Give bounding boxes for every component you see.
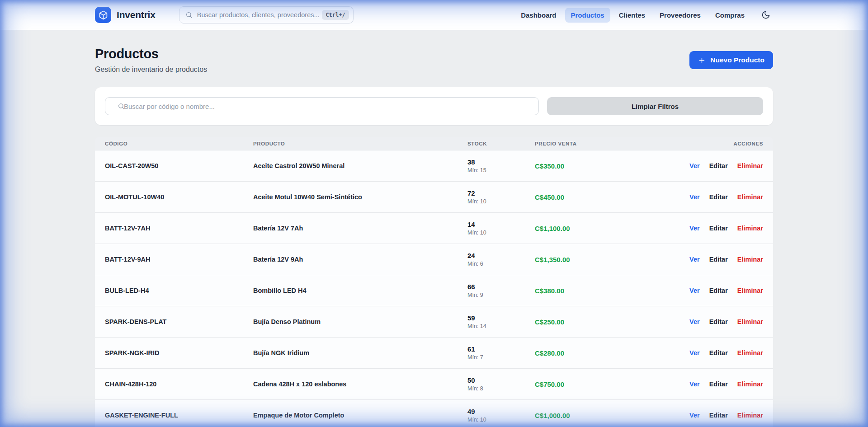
product-stock: 72 Mín: 10 — [467, 189, 535, 205]
row-actions: Ver Editar Eliminar — [675, 162, 763, 169]
product-name: Bombillo LED H4 — [253, 287, 467, 294]
product-name: Bujía Denso Platinum — [253, 318, 467, 325]
nav-item-proveedores[interactable]: Proveedores — [654, 8, 707, 23]
view-action-link[interactable]: Ver — [689, 412, 700, 419]
view-action-link[interactable]: Ver — [689, 349, 700, 357]
view-action-link[interactable]: Ver — [689, 256, 700, 263]
table-row: BATT-12V-9AH Batería 12V 9Ah 24 Mín: 6 C… — [95, 244, 773, 275]
row-actions: Ver Editar Eliminar — [675, 256, 763, 263]
new-product-button[interactable]: Nuevo Producto — [689, 51, 773, 69]
edit-action-link[interactable]: Editar — [709, 380, 728, 388]
stock-quantity: 49 — [467, 408, 535, 416]
delete-action-link[interactable]: Eliminar — [737, 162, 763, 169]
stock-quantity: 50 — [467, 376, 535, 385]
delete-action-link[interactable]: Eliminar — [737, 318, 763, 325]
delete-action-link[interactable]: Eliminar — [737, 349, 763, 357]
view-action-link[interactable]: Ver — [689, 193, 700, 201]
product-name: Bujía NGK Iridium — [253, 349, 467, 357]
theme-toggle-button[interactable] — [759, 8, 773, 22]
column-header-codigo: CÓDIGO — [105, 141, 253, 146]
stock-minimum: Mín: 14 — [467, 323, 535, 329]
delete-action-link[interactable]: Eliminar — [737, 412, 763, 419]
product-price: C$450.00 — [535, 193, 675, 201]
product-code: BATT-12V-7AH — [105, 225, 253, 232]
delete-action-link[interactable]: Eliminar — [737, 287, 763, 294]
product-price: C$250.00 — [535, 318, 675, 326]
row-actions: Ver Editar Eliminar — [675, 349, 763, 357]
page-header: Productos Gestión de inventario de produ… — [95, 47, 773, 74]
view-action-link[interactable]: Ver — [689, 287, 700, 294]
product-price: C$380.00 — [535, 287, 675, 295]
app-logo[interactable] — [95, 7, 111, 23]
nav-item-clientes[interactable]: Clientes — [613, 8, 651, 23]
main-nav: DashboardProductosClientesProveedoresCom… — [515, 8, 773, 23]
edit-action-link[interactable]: Editar — [709, 256, 728, 263]
table-row: BULB-LED-H4 Bombillo LED H4 66 Mín: 9 C$… — [95, 275, 773, 306]
nav-item-compras[interactable]: Compras — [709, 8, 750, 23]
edit-action-link[interactable]: Editar — [709, 162, 728, 169]
table-row: OIL-MOTUL-10W40 Aceite Motul 10W40 Semi-… — [95, 182, 773, 213]
product-stock: 38 Mín: 15 — [467, 158, 535, 174]
stock-quantity: 72 — [467, 189, 535, 198]
stock-minimum: Mín: 7 — [467, 354, 535, 361]
stock-minimum: Mín: 10 — [467, 198, 535, 205]
nav-item-dashboard[interactable]: Dashboard — [515, 8, 562, 23]
page-subtitle: Gestión de inventario de productos — [95, 66, 207, 74]
moon-icon — [761, 10, 770, 19]
column-header-acciones: ACCIONES — [675, 141, 763, 146]
new-product-button-label: Nuevo Producto — [710, 56, 764, 64]
product-code: BATT-12V-9AH — [105, 256, 253, 263]
product-code: OIL-CAST-20W50 — [105, 162, 253, 169]
table-row: GASKET-ENGINE-FULL Empaque de Motor Comp… — [95, 400, 773, 427]
stock-minimum: Mín: 10 — [467, 417, 535, 423]
global-search-input[interactable] — [197, 11, 322, 19]
row-actions: Ver Editar Eliminar — [675, 412, 763, 419]
stock-quantity: 59 — [467, 314, 535, 323]
product-price: C$750.00 — [535, 380, 675, 388]
search-shortcut-badge: Ctrl+/ — [322, 10, 349, 20]
view-action-link[interactable]: Ver — [689, 225, 700, 232]
table-row: SPARK-DENS-PLAT Bujía Denso Platinum 59 … — [95, 306, 773, 338]
table-row: OIL-CAST-20W50 Aceite Castrol 20W50 Mine… — [95, 150, 773, 182]
stock-quantity: 61 — [467, 345, 535, 354]
edit-action-link[interactable]: Editar — [709, 287, 728, 294]
delete-action-link[interactable]: Eliminar — [737, 193, 763, 201]
product-code: BULB-LED-H4 — [105, 287, 253, 294]
stock-quantity: 66 — [467, 283, 535, 291]
table-row: BATT-12V-7AH Batería 12V 7Ah 14 Mín: 10 … — [95, 213, 773, 244]
delete-action-link[interactable]: Eliminar — [737, 380, 763, 388]
edit-action-link[interactable]: Editar — [709, 193, 728, 201]
product-code: GASKET-ENGINE-FULL — [105, 412, 253, 419]
delete-action-link[interactable]: Eliminar — [737, 225, 763, 232]
nav-item-productos[interactable]: Productos — [565, 8, 610, 23]
column-header-producto: PRODUCTO — [253, 141, 467, 146]
edit-action-link[interactable]: Editar — [709, 412, 728, 419]
view-action-link[interactable]: Ver — [689, 380, 700, 388]
product-stock: 14 Mín: 10 — [467, 221, 535, 236]
edit-action-link[interactable]: Editar — [709, 225, 728, 232]
table-row: SPARK-NGK-IRID Bujía NGK Iridium 61 Mín:… — [95, 338, 773, 369]
view-action-link[interactable]: Ver — [689, 318, 700, 325]
product-name: Aceite Castrol 20W50 Mineral — [253, 162, 467, 169]
clear-filters-button[interactable]: Limpiar Filtros — [547, 97, 763, 115]
product-code: CHAIN-428H-120 — [105, 380, 253, 388]
edit-action-link[interactable]: Editar — [709, 318, 728, 325]
global-search[interactable]: Ctrl+/ — [179, 6, 354, 23]
view-action-link[interactable]: Ver — [689, 162, 700, 169]
row-actions: Ver Editar Eliminar — [675, 380, 763, 388]
product-name: Cadena 428H x 120 eslabones — [253, 380, 467, 388]
edit-action-link[interactable]: Editar — [709, 349, 728, 357]
table-row: CHAIN-428H-120 Cadena 428H x 120 eslabon… — [95, 369, 773, 400]
filter-search — [105, 97, 539, 115]
filter-search-input[interactable] — [105, 97, 539, 115]
search-icon — [185, 11, 193, 19]
product-stock: 59 Mín: 14 — [467, 314, 535, 330]
product-code: SPARK-DENS-PLAT — [105, 318, 253, 325]
delete-action-link[interactable]: Eliminar — [737, 256, 763, 263]
product-name: Empaque de Motor Completo — [253, 412, 467, 419]
filter-bar: Limpiar Filtros — [95, 87, 773, 125]
product-price: C$1,000.00 — [535, 412, 675, 419]
product-price: C$350.00 — [535, 162, 675, 170]
table-header-row: CÓDIGO PRODUCTO STOCK PRECIO VENTA ACCIO… — [95, 137, 773, 150]
product-stock: 24 Mín: 6 — [467, 252, 535, 267]
